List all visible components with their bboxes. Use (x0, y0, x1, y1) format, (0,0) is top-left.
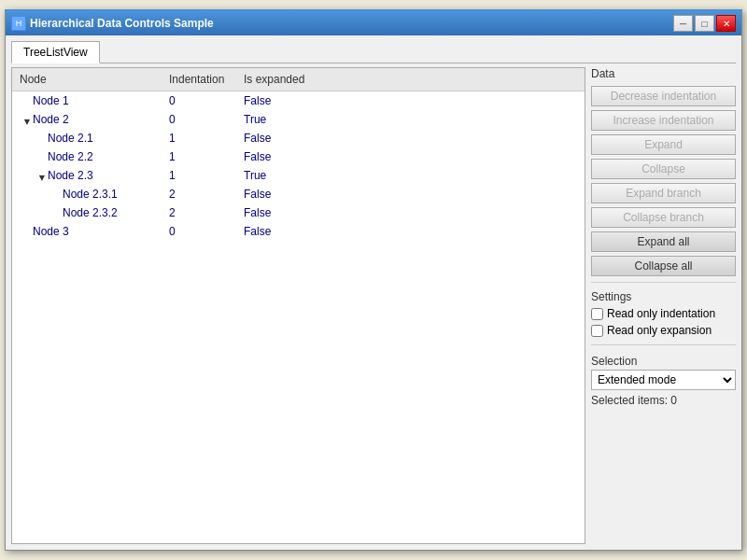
tree-cell-name: ◀Node 2 (12, 111, 162, 128)
tree-body: Node 10False◀Node 20True Node 2.11False … (12, 91, 585, 241)
tree-cell-indentation: 1 (162, 130, 236, 147)
col-is-expanded: Is expanded (236, 71, 330, 88)
read-only-expansion-label: Read only expansion (607, 324, 712, 337)
node-name: Node 2.1 (48, 132, 93, 145)
tree-header: Node Indentation Is expanded (12, 68, 585, 91)
table-row[interactable]: ◀Node 20True (12, 110, 585, 129)
tree-panel: Node Indentation Is expanded Node 10Fals… (11, 67, 585, 544)
node-name: Node 1 (33, 94, 69, 107)
title-buttons: ─ □ ✕ (673, 15, 736, 32)
col-indentation: Indentation (162, 71, 236, 88)
expand-branch-button[interactable]: Expand branch (591, 183, 736, 203)
node-name: Node 2 (33, 113, 69, 126)
table-row[interactable]: Node 2.3.22False (12, 203, 585, 222)
divider-1 (591, 282, 736, 283)
tree-cell-name: Node 3 (12, 223, 162, 240)
settings-section-label: Settings (591, 290, 736, 303)
divider-2 (591, 344, 736, 345)
expand-button[interactable]: Expand (591, 134, 736, 155)
tree-cell-expanded: False (236, 148, 330, 165)
tree-cell-indentation: 1 (162, 167, 236, 184)
tree-cell-indentation: 1 (162, 148, 236, 165)
read-only-indentation-checkbox[interactable] (591, 308, 603, 320)
selected-count-label: Selected items: 0 (591, 394, 736, 407)
right-panel: Data Decrease indentation Increase inden… (591, 67, 736, 544)
expand-collapse-icon: ◀ (22, 115, 31, 124)
expand-collapse-icon: ◀ (37, 171, 46, 180)
tree-cell-expanded: True (236, 111, 330, 128)
tree-cell-indentation: 0 (162, 111, 236, 128)
table-row[interactable]: Node 30False (12, 222, 585, 241)
read-only-expansion-checkbox[interactable] (591, 325, 603, 337)
read-only-indentation-row: Read only indentation (591, 305, 736, 322)
selection-section-label: Selection (591, 355, 736, 368)
tree-cell-expanded: False (236, 186, 330, 203)
main-window: H Hierarchical Data Controls Sample ─ □ … (5, 9, 742, 551)
close-button[interactable]: ✕ (716, 15, 736, 32)
read-only-expansion-row: Read only expansion (591, 322, 736, 339)
decrease-indentation-button[interactable]: Decrease indentation (591, 86, 736, 106)
settings-section: Settings Read only indentation Read only… (591, 290, 736, 339)
tree-cell-indentation: 2 (162, 204, 236, 221)
tree-cell-name: Node 1 (12, 92, 162, 109)
increase-indentation-button[interactable]: Increase indentation (591, 110, 736, 131)
read-only-indentation-label: Read only indentation (607, 307, 715, 320)
expand-all-button[interactable]: Expand all (591, 231, 736, 252)
table-row[interactable]: Node 10False (12, 91, 585, 110)
selection-section: Selection Extended modeSingle modeMultip… (591, 355, 736, 407)
tree-cell-expanded: False (236, 130, 330, 147)
tree-cell-name: Node 2.3.2 (12, 204, 162, 221)
tree-cell-expanded: False (236, 204, 330, 221)
node-name: Node 2.3 (48, 169, 93, 182)
collapse-button[interactable]: Collapse (591, 159, 736, 179)
tree-cell-indentation: 0 (162, 92, 236, 109)
tab-bar: TreeListView (11, 41, 736, 63)
tree-cell-name: ◀Node 2.3 (12, 167, 162, 184)
content-area: TreeListView Node Indentation Is expande… (6, 35, 741, 550)
selection-mode-dropdown[interactable]: Extended modeSingle modeMultiple modeNon… (591, 370, 736, 390)
collapse-all-button[interactable]: Collapse all (591, 256, 736, 276)
node-name: Node 2.3.1 (63, 188, 118, 201)
table-row[interactable]: ◀Node 2.31True (12, 166, 585, 185)
node-name: Node 2.3.2 (63, 206, 118, 219)
tree-cell-name: Node 2.2 (12, 148, 162, 165)
tree-cell-name: Node 2.3.1 (12, 186, 162, 203)
maximize-button[interactable]: □ (695, 15, 714, 32)
col-node: Node (12, 71, 162, 88)
tab-treelistview[interactable]: TreeListView (11, 41, 100, 63)
tree-cell-expanded: True (236, 167, 330, 184)
minimize-button[interactable]: ─ (673, 15, 693, 32)
main-area: Node Indentation Is expanded Node 10Fals… (11, 67, 736, 544)
window-title: Hierarchical Data Controls Sample (30, 17, 669, 30)
tree-cell-indentation: 0 (162, 223, 236, 240)
title-bar: H Hierarchical Data Controls Sample ─ □ … (6, 11, 741, 35)
node-name: Node 2.2 (48, 150, 93, 163)
table-row[interactable]: Node 2.11False (12, 129, 585, 147)
collapse-branch-button[interactable]: Collapse branch (591, 207, 736, 228)
tree-cell-indentation: 2 (162, 186, 236, 203)
tree-cell-expanded: False (236, 92, 330, 109)
data-section-label: Data (591, 67, 736, 80)
node-name: Node 3 (33, 225, 69, 238)
tree-cell-name: Node 2.1 (12, 130, 162, 147)
tree-cell-expanded: False (236, 223, 330, 240)
window-icon: H (11, 16, 26, 31)
table-row[interactable]: Node 2.21False (12, 147, 585, 166)
table-row[interactable]: Node 2.3.12False (12, 185, 585, 203)
